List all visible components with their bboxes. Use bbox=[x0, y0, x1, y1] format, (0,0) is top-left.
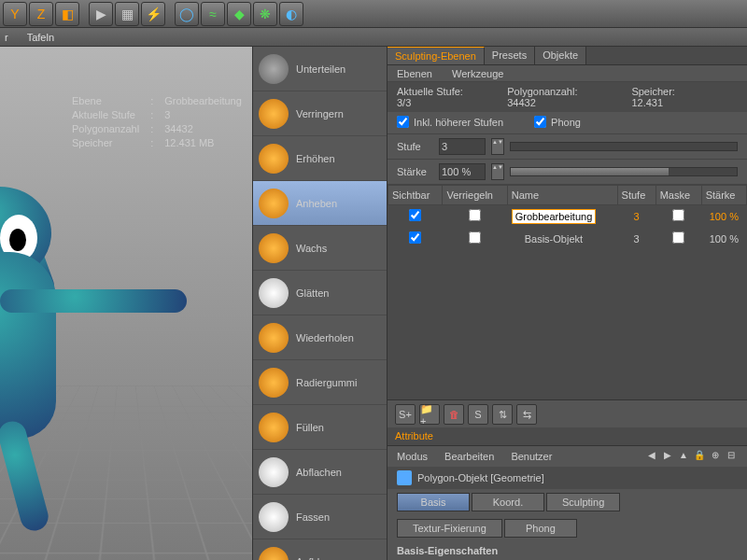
mask-checkbox[interactable] bbox=[672, 209, 684, 221]
checkbox-phong[interactable]: Phong bbox=[534, 116, 581, 128]
tool-aufblasen[interactable]: Aufblasen bbox=[253, 539, 387, 560]
tool-wiederholen[interactable]: Wiederholen bbox=[253, 315, 387, 360]
attr-tab-basis[interactable]: Basis bbox=[397, 493, 470, 511]
tool-icon bbox=[259, 278, 289, 308]
submenu-werkzeuge[interactable]: Werkzeuge bbox=[452, 68, 503, 79]
menu-bearbeiten[interactable]: Bearbeiten bbox=[444, 451, 494, 462]
section-basis-eigenschaften: Basis-Eigenschaften bbox=[388, 541, 747, 560]
lock-checkbox[interactable] bbox=[469, 231, 481, 244]
tool-radiergummi[interactable]: Radiergummi bbox=[253, 360, 387, 405]
deformer-button[interactable]: ❋ bbox=[253, 2, 277, 26]
nav-back-icon[interactable]: ◀ bbox=[645, 450, 658, 463]
link-icon[interactable]: ⊕ bbox=[709, 450, 722, 463]
attribute-menu: Modus Bearbeiten Benutzer ◀ ▶ ▲ 🔒 ⊕ ⊟ bbox=[388, 446, 747, 467]
table-row[interactable]: Grobbearbeitung 3 100 % bbox=[388, 205, 747, 228]
add-layer-button[interactable]: S+ bbox=[395, 404, 416, 425]
menu-bar: r Tafeln bbox=[0, 28, 747, 47]
layer-button[interactable]: S bbox=[468, 404, 488, 425]
col-verriegeln[interactable]: Verriegeln bbox=[443, 186, 507, 205]
visible-checkbox[interactable] bbox=[409, 209, 421, 221]
properties-panel: Sculpting-Ebenen Presets Objekte Ebenen … bbox=[388, 47, 747, 560]
attr-tab-phong[interactable]: Phong bbox=[504, 519, 577, 538]
object-name: Polygon-Objekt [Geometrie] bbox=[417, 472, 544, 483]
tool-füllen[interactable]: Füllen bbox=[253, 405, 387, 450]
delete-button[interactable]: 🗑 bbox=[444, 404, 464, 425]
input-stufe[interactable]: 3 bbox=[439, 138, 486, 155]
tool-icon bbox=[259, 189, 289, 218]
menu-item[interactable]: Tafeln bbox=[27, 32, 54, 43]
tool-unterteilen[interactable]: Unterteilen bbox=[253, 47, 387, 91]
label-stufe: Stufe bbox=[397, 141, 439, 152]
col-name[interactable]: Name bbox=[507, 186, 617, 205]
play-button[interactable]: ▶ bbox=[89, 2, 113, 26]
spline-button[interactable]: ≈ bbox=[201, 2, 225, 26]
tool-fassen[interactable]: Fassen bbox=[253, 495, 387, 539]
tool-wachs[interactable]: Wachs bbox=[253, 226, 387, 271]
axis-z-button[interactable]: Z bbox=[29, 2, 53, 26]
cell-stufe: 3 bbox=[617, 228, 655, 250]
generator-button[interactable]: ◆ bbox=[227, 2, 251, 26]
stepper-stufe[interactable]: ▲▼ bbox=[491, 138, 504, 155]
attr-tab-koord[interactable]: Koord. bbox=[472, 493, 544, 511]
tab-sculpting-ebenen[interactable]: Sculpting-Ebenen bbox=[388, 47, 485, 64]
tool-label: Fassen bbox=[296, 511, 330, 523]
tool-erhöhen[interactable]: Erhöhen bbox=[253, 136, 387, 181]
attr-tab-sculpting[interactable]: Sculpting bbox=[546, 493, 620, 511]
environment-button[interactable]: ◐ bbox=[279, 2, 303, 26]
tool-anheben[interactable]: Anheben bbox=[253, 181, 387, 226]
submenu-ebenen[interactable]: Ebenen bbox=[397, 68, 432, 79]
mirror-button[interactable]: ⇆ bbox=[516, 404, 537, 425]
tool-label: Glätten bbox=[296, 287, 329, 299]
nav-fwd-icon[interactable]: ▶ bbox=[661, 450, 674, 463]
tool-icon bbox=[259, 323, 289, 353]
tool-abflachen[interactable]: Abflachen bbox=[253, 450, 387, 495]
axis-y-button[interactable]: Y bbox=[3, 2, 27, 26]
col-stufe[interactable]: Stufe bbox=[617, 186, 655, 205]
tab-attribute[interactable]: Attribute bbox=[388, 427, 747, 446]
tool-label: Radiergummi bbox=[296, 377, 357, 388]
stepper-staerke[interactable]: ▲▼ bbox=[491, 163, 504, 180]
menu-benutzer[interactable]: Benutzer bbox=[511, 451, 552, 462]
table-row[interactable]: Basis-Objekt 3 100 % bbox=[388, 228, 747, 250]
tool-icon bbox=[259, 368, 289, 398]
panel-submenu: Ebenen Werkzeuge bbox=[388, 65, 747, 82]
action-button[interactable]: ⚡ bbox=[141, 2, 165, 26]
lock-checkbox[interactable] bbox=[469, 209, 481, 221]
add-folder-button[interactable]: 📁+ bbox=[419, 404, 440, 425]
menu-modus[interactable]: Modus bbox=[397, 451, 428, 462]
tab-objekte[interactable]: Objekte bbox=[535, 47, 586, 64]
tool-label: Aufblasen bbox=[296, 556, 342, 561]
tool-icon bbox=[259, 457, 289, 487]
layer-name[interactable]: Basis-Objekt bbox=[507, 228, 617, 250]
record-button[interactable]: ▦ bbox=[115, 2, 139, 26]
cell-staerke: 100 % bbox=[701, 205, 746, 228]
mask-checkbox[interactable] bbox=[672, 231, 684, 244]
slider-staerke[interactable] bbox=[510, 167, 738, 176]
attr-tab-textur[interactable]: Textur-Fixierung bbox=[397, 519, 502, 538]
tool-label: Erhöhen bbox=[296, 153, 335, 164]
input-staerke[interactable]: 100 % bbox=[439, 163, 486, 180]
menu-icon[interactable]: ⊟ bbox=[725, 450, 738, 463]
layer-name-edit[interactable]: Grobbearbeitung bbox=[512, 209, 597, 224]
nav-up-icon[interactable]: ▲ bbox=[677, 450, 690, 463]
tool-icon bbox=[259, 413, 289, 442]
slider-stufe[interactable] bbox=[510, 142, 738, 151]
cell-staerke: 100 % bbox=[701, 228, 746, 250]
viewport-hud: Ebene:Grobbearbeitung Aktuelle Stufe:3 P… bbox=[65, 93, 248, 151]
toolbar-button[interactable]: ◧ bbox=[55, 2, 79, 26]
status-line: Aktuelle Stufe: 3/3 Polygonanzahl: 34432… bbox=[388, 82, 747, 112]
col-maske[interactable]: Maske bbox=[655, 186, 701, 205]
col-sichtbar[interactable]: Sichtbar bbox=[388, 186, 443, 205]
visible-checkbox[interactable] bbox=[409, 231, 421, 244]
tab-presets[interactable]: Presets bbox=[485, 47, 535, 64]
tool-verringern[interactable]: Verringern bbox=[253, 91, 387, 136]
menu-item[interactable]: r bbox=[5, 32, 8, 43]
primitive-button[interactable]: ◯ bbox=[175, 2, 199, 26]
checkbox-inkl-stufen[interactable]: Inkl. höherer Stufen bbox=[397, 116, 503, 128]
col-staerke[interactable]: Stärke bbox=[701, 186, 746, 205]
lock-icon[interactable]: 🔒 bbox=[693, 450, 706, 463]
tool-glätten[interactable]: Glätten bbox=[253, 271, 387, 315]
3d-viewport[interactable]: Ebene:Grobbearbeitung Aktuelle Stufe:3 P… bbox=[0, 47, 252, 560]
merge-button[interactable]: ⇅ bbox=[492, 404, 513, 425]
cell-stufe: 3 bbox=[617, 205, 655, 228]
